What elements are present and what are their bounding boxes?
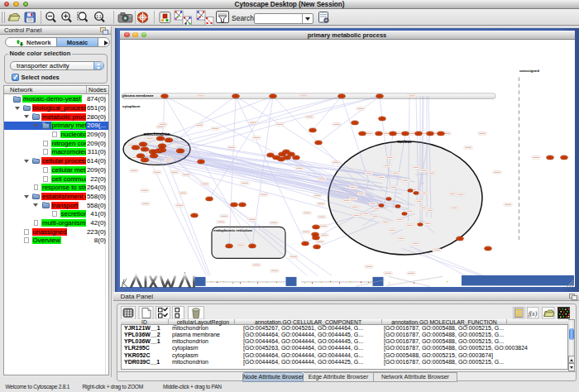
svg-text:unassigned: unassigned [519,69,539,73]
svg-text:endoplasmic reticulum: endoplasmic reticulum [213,228,252,232]
svg-text:mitochondrion: mitochondrion [143,132,170,136]
svg-text:1:1: 1:1 [96,15,102,19]
svg-text:plasma membrane: plasma membrane [122,93,154,97]
svg-text:nucleus: nucleus [397,140,412,144]
svg-text:f(x): f(x) [529,310,538,318]
svg-text:cytoplasm: cytoplasm [122,104,140,108]
